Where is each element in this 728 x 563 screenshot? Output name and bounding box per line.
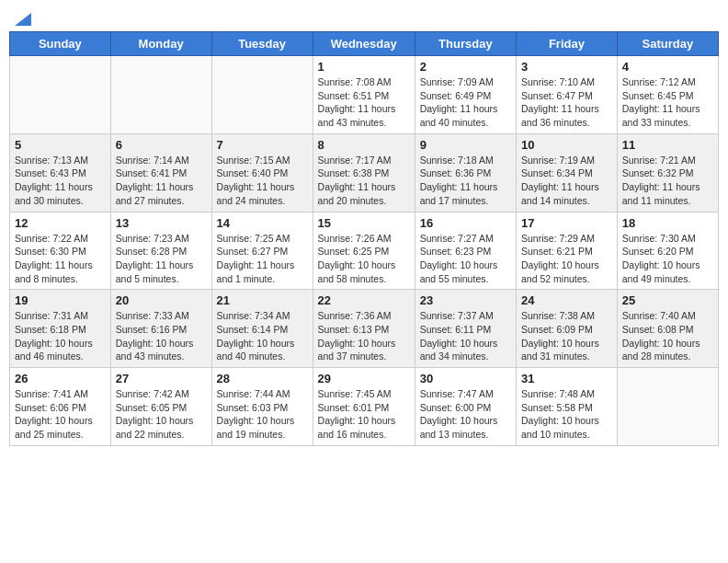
day-info: Sunrise: 7:36 AMSunset: 6:13 PMDaylight:… xyxy=(318,309,410,363)
day-info: Sunrise: 7:31 AMSunset: 6:18 PMDaylight:… xyxy=(15,309,106,363)
logo xyxy=(13,15,31,26)
day-number: 3 xyxy=(521,60,612,74)
day-of-week-saturday: Saturday xyxy=(617,32,718,56)
day-number: 19 xyxy=(15,293,106,307)
calendar-day-cell: 3Sunrise: 7:10 AMSunset: 6:47 PMDaylight… xyxy=(517,56,618,134)
day-info: Sunrise: 7:30 AMSunset: 6:20 PMDaylight:… xyxy=(622,232,713,286)
day-info: Sunrise: 7:09 AMSunset: 6:49 PMDaylight:… xyxy=(420,75,511,130)
calendar-day-cell: 25Sunrise: 7:40 AMSunset: 6:08 PMDayligh… xyxy=(617,290,718,368)
day-number: 17 xyxy=(521,216,612,230)
day-number: 11 xyxy=(622,138,713,152)
day-number: 25 xyxy=(622,293,713,307)
calendar-day-cell: 31Sunrise: 7:48 AMSunset: 5:58 PMDayligh… xyxy=(517,368,618,446)
day-number: 20 xyxy=(116,293,207,307)
day-info: Sunrise: 7:26 AMSunset: 6:25 PMDaylight:… xyxy=(318,232,410,286)
day-of-week-tuesday: Tuesday xyxy=(211,32,313,56)
calendar-day-cell xyxy=(10,56,111,134)
calendar-day-cell: 22Sunrise: 7:36 AMSunset: 6:13 PMDayligh… xyxy=(313,290,415,368)
day-info: Sunrise: 7:44 AMSunset: 6:03 PMDaylight:… xyxy=(217,387,308,442)
calendar-day-cell: 5Sunrise: 7:13 AMSunset: 6:43 PMDaylight… xyxy=(10,133,111,212)
day-number: 29 xyxy=(318,372,410,385)
day-info: Sunrise: 7:25 AMSunset: 6:27 PMDaylight:… xyxy=(217,232,308,286)
calendar-day-cell xyxy=(211,56,313,134)
calendar-day-cell: 6Sunrise: 7:14 AMSunset: 6:41 PMDaylight… xyxy=(110,133,211,212)
day-number: 21 xyxy=(217,293,308,307)
day-info: Sunrise: 7:10 AMSunset: 6:47 PMDaylight:… xyxy=(521,75,612,130)
day-number: 16 xyxy=(420,216,511,230)
calendar-week-row: 26Sunrise: 7:41 AMSunset: 6:06 PMDayligh… xyxy=(10,368,719,446)
day-number: 10 xyxy=(521,138,612,152)
calendar-day-cell: 26Sunrise: 7:41 AMSunset: 6:06 PMDayligh… xyxy=(10,368,111,446)
calendar-day-cell: 9Sunrise: 7:18 AMSunset: 6:36 PMDaylight… xyxy=(415,133,516,212)
calendar-day-cell: 15Sunrise: 7:26 AMSunset: 6:25 PMDayligh… xyxy=(313,212,415,290)
calendar-day-cell: 10Sunrise: 7:19 AMSunset: 6:34 PMDayligh… xyxy=(517,133,618,212)
calendar-day-cell: 7Sunrise: 7:15 AMSunset: 6:40 PMDaylight… xyxy=(211,133,313,212)
calendar-day-cell: 23Sunrise: 7:37 AMSunset: 6:11 PMDayligh… xyxy=(415,290,516,368)
calendar-week-row: 19Sunrise: 7:31 AMSunset: 6:18 PMDayligh… xyxy=(10,290,719,368)
day-number: 9 xyxy=(420,138,511,152)
day-number: 30 xyxy=(420,372,511,385)
day-number: 23 xyxy=(420,293,511,307)
day-info: Sunrise: 7:41 AMSunset: 6:06 PMDaylight:… xyxy=(15,387,106,442)
day-info: Sunrise: 7:22 AMSunset: 6:30 PMDaylight:… xyxy=(15,232,106,286)
day-info: Sunrise: 7:37 AMSunset: 6:11 PMDaylight:… xyxy=(420,309,511,363)
calendar-day-cell: 14Sunrise: 7:25 AMSunset: 6:27 PMDayligh… xyxy=(211,212,313,290)
day-info: Sunrise: 7:34 AMSunset: 6:14 PMDaylight:… xyxy=(217,309,308,363)
calendar-day-cell xyxy=(617,368,718,446)
day-number: 5 xyxy=(15,138,106,152)
day-info: Sunrise: 7:19 AMSunset: 6:34 PMDaylight:… xyxy=(521,154,612,208)
day-info: Sunrise: 7:38 AMSunset: 6:09 PMDaylight:… xyxy=(521,309,612,363)
day-number: 4 xyxy=(622,60,713,74)
calendar-day-cell: 17Sunrise: 7:29 AMSunset: 6:21 PMDayligh… xyxy=(517,212,618,290)
calendar-day-cell: 30Sunrise: 7:47 AMSunset: 6:00 PMDayligh… xyxy=(415,368,516,446)
day-number: 18 xyxy=(622,216,713,230)
calendar-day-cell: 24Sunrise: 7:38 AMSunset: 6:09 PMDayligh… xyxy=(517,290,618,368)
day-of-week-monday: Monday xyxy=(110,32,211,56)
day-number: 12 xyxy=(15,216,106,230)
day-number: 24 xyxy=(521,293,612,307)
day-info: Sunrise: 7:13 AMSunset: 6:43 PMDaylight:… xyxy=(15,154,106,208)
calendar-day-cell: 16Sunrise: 7:27 AMSunset: 6:23 PMDayligh… xyxy=(415,212,516,290)
calendar-week-row: 5Sunrise: 7:13 AMSunset: 6:43 PMDaylight… xyxy=(10,133,719,212)
day-of-week-wednesday: Wednesday xyxy=(313,32,415,56)
day-of-week-friday: Friday xyxy=(517,32,618,56)
calendar-day-cell: 20Sunrise: 7:33 AMSunset: 6:16 PMDayligh… xyxy=(110,290,211,368)
day-info: Sunrise: 7:40 AMSunset: 6:08 PMDaylight:… xyxy=(622,309,713,363)
day-number: 7 xyxy=(217,138,308,152)
calendar-week-row: 12Sunrise: 7:22 AMSunset: 6:30 PMDayligh… xyxy=(10,212,719,290)
day-info: Sunrise: 7:14 AMSunset: 6:41 PMDaylight:… xyxy=(116,154,207,208)
day-number: 13 xyxy=(116,216,207,230)
day-number: 27 xyxy=(116,372,207,385)
calendar-day-cell: 18Sunrise: 7:30 AMSunset: 6:20 PMDayligh… xyxy=(617,212,718,290)
calendar-day-cell xyxy=(110,56,211,134)
day-of-week-sunday: Sunday xyxy=(10,32,111,56)
calendar-day-cell: 11Sunrise: 7:21 AMSunset: 6:32 PMDayligh… xyxy=(617,133,718,212)
calendar-header-row: SundayMondayTuesdayWednesdayThursdayFrid… xyxy=(10,32,719,56)
day-number: 22 xyxy=(318,293,410,307)
calendar-day-cell: 12Sunrise: 7:22 AMSunset: 6:30 PMDayligh… xyxy=(10,212,111,290)
day-info: Sunrise: 7:18 AMSunset: 6:36 PMDaylight:… xyxy=(420,154,511,208)
day-number: 14 xyxy=(217,216,308,230)
day-number: 8 xyxy=(318,138,410,152)
day-info: Sunrise: 7:12 AMSunset: 6:45 PMDaylight:… xyxy=(622,75,713,130)
calendar-week-row: 1Sunrise: 7:08 AMSunset: 6:51 PMDaylight… xyxy=(10,56,719,134)
day-info: Sunrise: 7:47 AMSunset: 6:00 PMDaylight:… xyxy=(420,387,511,442)
day-info: Sunrise: 7:42 AMSunset: 6:05 PMDaylight:… xyxy=(116,387,207,442)
calendar-day-cell: 27Sunrise: 7:42 AMSunset: 6:05 PMDayligh… xyxy=(110,368,211,446)
header xyxy=(9,9,719,26)
day-info: Sunrise: 7:08 AMSunset: 6:51 PMDaylight:… xyxy=(318,75,410,130)
day-info: Sunrise: 7:27 AMSunset: 6:23 PMDaylight:… xyxy=(420,232,511,286)
day-info: Sunrise: 7:45 AMSunset: 6:01 PMDaylight:… xyxy=(318,387,410,442)
calendar-day-cell: 21Sunrise: 7:34 AMSunset: 6:14 PMDayligh… xyxy=(211,290,313,368)
day-info: Sunrise: 7:23 AMSunset: 6:28 PMDaylight:… xyxy=(116,232,207,286)
calendar-day-cell: 4Sunrise: 7:12 AMSunset: 6:45 PMDaylight… xyxy=(617,56,718,134)
calendar-day-cell: 2Sunrise: 7:09 AMSunset: 6:49 PMDaylight… xyxy=(415,56,516,134)
day-number: 2 xyxy=(420,60,511,74)
day-info: Sunrise: 7:29 AMSunset: 6:21 PMDaylight:… xyxy=(521,232,612,286)
calendar-day-cell: 1Sunrise: 7:08 AMSunset: 6:51 PMDaylight… xyxy=(313,56,415,134)
day-info: Sunrise: 7:48 AMSunset: 5:58 PMDaylight:… xyxy=(521,387,612,442)
day-info: Sunrise: 7:21 AMSunset: 6:32 PMDaylight:… xyxy=(622,154,713,208)
calendar-day-cell: 28Sunrise: 7:44 AMSunset: 6:03 PMDayligh… xyxy=(211,368,313,446)
calendar-table: SundayMondayTuesdayWednesdayThursdayFrid… xyxy=(9,31,719,446)
day-info: Sunrise: 7:33 AMSunset: 6:16 PMDaylight:… xyxy=(116,309,207,363)
